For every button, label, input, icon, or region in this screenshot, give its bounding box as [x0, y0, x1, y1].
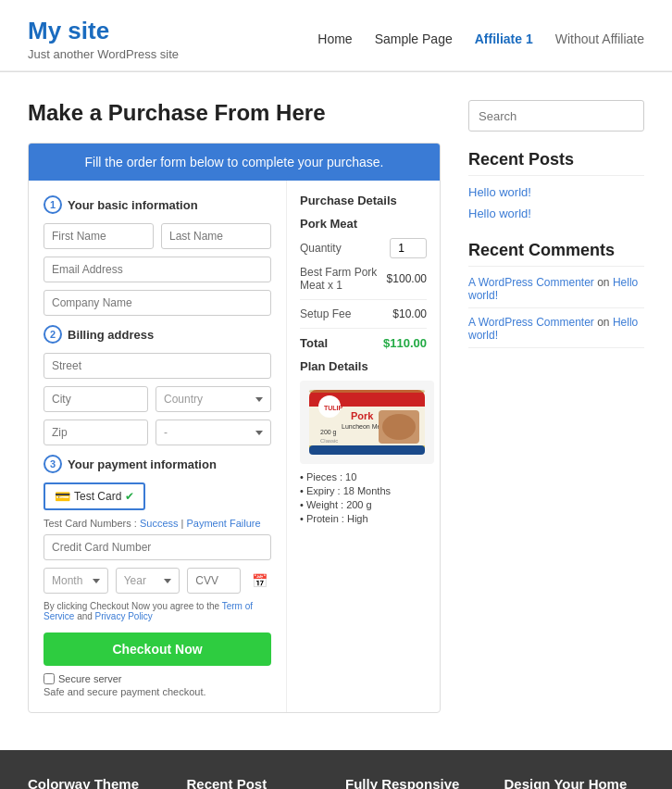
comment-1-on: on [597, 316, 609, 329]
plan-item-1: Expiry : 18 Months [300, 485, 427, 496]
plan-item-2: Weight : 200 g [300, 499, 427, 510]
form-section: 1 Your basic information [29, 181, 287, 712]
footer-col-4: Design Your Home Express your creativity… [504, 776, 645, 789]
recent-post-0[interactable]: Hello world! [468, 185, 644, 199]
recent-post-1[interactable]: Hello world! [468, 207, 644, 220]
search-box [468, 100, 644, 132]
email-row [44, 257, 271, 282]
name-row [44, 223, 271, 249]
recent-posts-section: Recent Posts Hello world! Hello world! [468, 150, 644, 220]
quantity-input[interactable] [390, 238, 427, 258]
setup-fee-row: Setup Fee $10.00 [300, 307, 427, 320]
credit-card-icon: 💳 [55, 489, 70, 504]
product-image: TULIP Pork Luncheon Meal 200 g Classic [300, 381, 434, 464]
checkout-body: 1 Your basic information [29, 181, 440, 712]
svg-rect-13 [309, 390, 425, 393]
zip-extra-select[interactable]: - [156, 420, 271, 445]
footer-col4-title: Design Your Home [504, 776, 645, 789]
svg-rect-4 [309, 445, 425, 455]
checkout-container: Fill the order form below to complete yo… [28, 143, 441, 713]
cvv-input[interactable] [187, 568, 241, 594]
section2-number: 2 [44, 325, 62, 344]
section3-number: 3 [44, 455, 62, 473]
commenter-0[interactable]: A WordPress Commenter [468, 276, 594, 289]
recent-comments-section: Recent Comments A WordPress Commenter on… [468, 241, 644, 348]
comment-0: A WordPress Commenter on Hello world! [468, 276, 644, 308]
divider1 [300, 299, 427, 300]
footer-col-3: Fully Responsive Colorway is a unique re… [345, 776, 486, 789]
main-content: Make a Purchase From Here Fill the order… [0, 72, 672, 732]
secure-label: Secure server [58, 673, 121, 684]
quantity-label: Quantity [300, 242, 342, 255]
setup-fee-price: $10.00 [392, 307, 427, 320]
svg-point-11 [382, 414, 416, 440]
comment-1: A WordPress Commenter on Hello world! [468, 316, 644, 348]
test-card-button[interactable]: 💳 Test Card ✔ [44, 482, 145, 510]
section1-header: 1 Your basic information [44, 195, 271, 214]
test-card-numbers: Test Card Numbers : Success | Payment Fa… [44, 518, 271, 529]
terms-and: and [77, 611, 93, 621]
check-icon: ✔ [125, 490, 134, 503]
site-footer: Colorway Theme Footer is widgetized. To … [0, 750, 672, 789]
line-item-label: Best Farm Pork Meat x 1 [300, 266, 387, 292]
purchase-section: Purchase Details Pork Meat Quantity Best… [287, 181, 440, 712]
last-name-input[interactable] [161, 223, 271, 249]
company-input[interactable] [44, 290, 271, 316]
test-card-prefix: Test Card Numbers : [44, 518, 137, 529]
secure-row: Secure server [44, 673, 271, 684]
credit-card-input[interactable] [44, 534, 271, 560]
month-select[interactable]: Month [44, 568, 108, 594]
plan-item-3: Protein : High [300, 513, 427, 524]
search-input[interactable] [469, 103, 643, 130]
divider2 [300, 328, 427, 329]
total-price: $110.00 [383, 336, 427, 350]
year-select[interactable]: Year [116, 568, 180, 594]
setup-fee-label: Setup Fee [300, 307, 351, 320]
commenter-1[interactable]: A WordPress Commenter [468, 316, 594, 329]
success-link[interactable]: Success [140, 518, 179, 529]
nav-sample-page[interactable]: Sample Page [375, 31, 453, 46]
svg-text:Classic: Classic [320, 438, 338, 444]
site-nav: Home Sample Page Affiliate 1 Without Aff… [317, 31, 644, 46]
checkout-header: Fill the order form below to complete yo… [29, 144, 440, 181]
footer-col3-title: Fully Responsive [345, 776, 486, 789]
nav-home[interactable]: Home [317, 31, 352, 46]
secure-checkbox[interactable] [44, 673, 55, 684]
section1-title: Your basic information [68, 198, 198, 212]
country-select[interactable]: Country [156, 386, 271, 412]
footer-grid: Colorway Theme Footer is widgetized. To … [28, 776, 644, 789]
plan-list: Pieces : 10 Expiry : 18 Months Weight : … [300, 471, 427, 524]
recent-posts-title: Recent Posts [468, 150, 644, 176]
section3-title: Your payment information [68, 457, 217, 471]
email-input[interactable] [44, 257, 271, 282]
site-tagline: Just another WordPress site [28, 47, 179, 61]
search-button[interactable] [643, 101, 644, 131]
zip-row: - [44, 420, 271, 445]
nav-affiliate1[interactable]: Affiliate 1 [475, 31, 533, 46]
terms-text: By clicking Checkout Now you agree to th… [44, 601, 271, 621]
purchase-details-title: Purchase Details [300, 194, 427, 207]
svg-text:TULIP: TULIP [324, 405, 343, 411]
footer-col2-title: Recent Post [187, 776, 328, 789]
cc-row [44, 534, 271, 560]
first-name-input[interactable] [44, 223, 154, 249]
content-area: Make a Purchase From Here Fill the order… [28, 100, 441, 713]
privacy-link[interactable]: Privacy Policy [95, 611, 153, 621]
terms-prefix: By clicking Checkout Now you agree to th… [44, 601, 219, 611]
plan-details-title: Plan Details [300, 359, 427, 373]
calendar-icon: 📅 [248, 568, 271, 594]
street-input[interactable] [44, 353, 271, 379]
zip-input[interactable] [44, 420, 148, 445]
site-header: My site Just another WordPress site Home… [0, 0, 672, 71]
page-title: Make a Purchase From Here [28, 100, 441, 126]
test-card-label: Test Card [74, 490, 121, 503]
city-input[interactable] [44, 386, 148, 412]
expiry-row: Month Year 📅 [44, 568, 271, 594]
safe-text: Safe and secure payment checkout. [44, 686, 271, 697]
comment-0-on: on [597, 276, 609, 289]
nav-without-affiliate[interactable]: Without Affiliate [555, 31, 644, 46]
footer-col1-title: Colorway Theme [28, 776, 168, 789]
failure-link[interactable]: Payment Failure [187, 518, 261, 529]
section3-header: 3 Your payment information [44, 455, 271, 473]
checkout-button[interactable]: Checkout Now [44, 632, 271, 666]
